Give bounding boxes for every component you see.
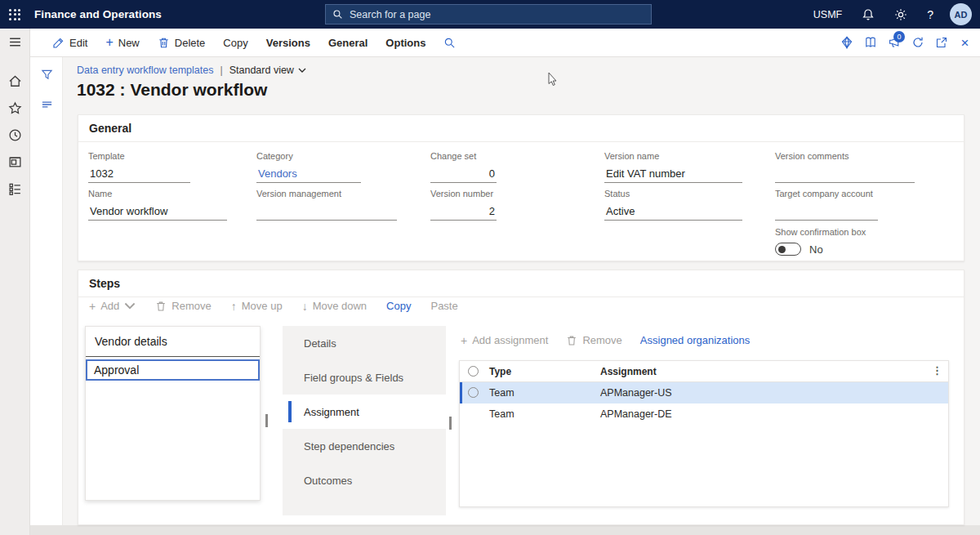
copy-button[interactable]: Copy: [214, 29, 256, 56]
versions-menu[interactable]: Versions: [257, 29, 319, 56]
version-name-field: Version name Edit VAT number: [604, 151, 742, 183]
tab-outcomes[interactable]: Outcomes: [283, 463, 446, 497]
name-field: Name Vendor workflow: [88, 189, 227, 221]
show-confirmation-toggle[interactable]: [775, 243, 801, 256]
version-management-input[interactable]: [256, 203, 397, 221]
template-input[interactable]: 1032: [88, 166, 190, 183]
action-bar: Edit + New Delete Copy Versions General …: [30, 29, 980, 57]
close-button[interactable]: ×: [953, 29, 977, 56]
change-set-input[interactable]: 0: [430, 166, 497, 183]
status-input[interactable]: Active: [604, 203, 742, 221]
arrow-down-icon: ↓: [302, 301, 308, 312]
task-guide-button[interactable]: [858, 29, 882, 56]
new-button[interactable]: + New: [96, 29, 148, 56]
filter-pane-button[interactable]: [30, 62, 63, 87]
nav-menu-button[interactable]: [0, 29, 30, 56]
page-search-input[interactable]: [350, 9, 644, 20]
breadcrumb-page-link[interactable]: Data entry workflow templates: [77, 65, 213, 76]
version-number-input[interactable]: 2: [430, 203, 497, 221]
category-field: Category Vendors: [256, 151, 361, 183]
pane-splitter-handle[interactable]: [449, 417, 452, 430]
step-list: Vendor details Approval: [85, 326, 261, 501]
grid-row-apmanager-us-selected[interactable]: Team APManager-US: [460, 382, 948, 403]
gear-icon: [894, 8, 907, 21]
app-window: Finance and Operations USMF ? AD Edit +: [0, 0, 980, 535]
steps-section-header[interactable]: Steps: [78, 270, 964, 297]
filter-pane-strip: [30, 57, 63, 525]
nav-favorites-button[interactable]: [0, 95, 30, 122]
remove-step-button[interactable]: Remove: [155, 300, 211, 312]
hamburger-icon: [8, 35, 22, 49]
popout-icon: [935, 36, 948, 49]
add-assignment-button[interactable]: + Add assignment: [461, 334, 548, 346]
step-list-item-vendor-details[interactable]: Vendor details: [86, 327, 260, 357]
window-icon: [8, 155, 22, 169]
version-name-input[interactable]: Edit VAT number: [604, 166, 742, 183]
nav-modules-button[interactable]: [0, 176, 30, 203]
general-menu[interactable]: General: [319, 29, 376, 56]
close-icon: ×: [961, 36, 969, 50]
show-list-button[interactable]: [30, 91, 63, 116]
chevron-down-icon: [298, 68, 306, 74]
name-input[interactable]: Vendor workflow: [88, 203, 227, 221]
top-bar: Finance and Operations USMF ? AD: [0, 0, 980, 29]
row-radio[interactable]: [468, 387, 479, 398]
tab-details[interactable]: Details: [283, 326, 446, 360]
column-header-type[interactable]: Type: [489, 366, 511, 377]
copy-step-button[interactable]: Copy: [386, 300, 411, 312]
row-selection-indicator: [460, 382, 462, 403]
general-section-header[interactable]: General: [78, 115, 964, 142]
assigned-organizations-link[interactable]: Assigned organizations: [640, 334, 750, 346]
message-center-button[interactable]: 0: [882, 29, 906, 56]
remove-assignment-button[interactable]: Remove: [566, 334, 621, 346]
column-header-assignment[interactable]: Assignment: [600, 366, 657, 377]
step-list-item-approval-selected[interactable]: Approval: [86, 359, 260, 381]
personalize-button[interactable]: [835, 29, 858, 56]
mouse-cursor: [547, 72, 560, 88]
target-company-account-input[interactable]: [775, 203, 878, 221]
nav-recent-button[interactable]: [0, 122, 30, 149]
view-selector[interactable]: Standard view: [229, 65, 306, 76]
add-step-button[interactable]: + Add: [89, 300, 136, 312]
tab-step-dependencies[interactable]: Step dependencies: [283, 429, 446, 463]
edit-button[interactable]: Edit: [43, 29, 96, 56]
nav-workspaces-button[interactable]: [0, 149, 30, 176]
settings-button[interactable]: [884, 0, 917, 29]
target-company-account-field: Target company account: [775, 189, 878, 221]
gem-icon: [840, 36, 853, 49]
top-bar-right: USMF ? AD: [804, 0, 975, 29]
options-menu[interactable]: Options: [376, 29, 434, 56]
assignment-toolbar: + Add assignment Remove Assigned organiz…: [461, 334, 750, 346]
steps-toolbar: + Add Remove ↑ Move up ↓ Move down Copy …: [89, 300, 458, 312]
page-search-box[interactable]: [325, 4, 652, 25]
app-launcher-icon[interactable]: [0, 0, 29, 29]
bottom-strip: [30, 525, 980, 535]
select-all-radio[interactable]: [468, 366, 479, 377]
pane-splitter-handle[interactable]: [265, 414, 268, 427]
help-button[interactable]: ?: [917, 0, 943, 29]
category-link[interactable]: Vendors: [258, 167, 297, 180]
company-selector[interactable]: USMF: [804, 0, 852, 29]
clock-icon: [8, 128, 22, 142]
tab-assignment-active[interactable]: Assignment: [283, 395, 446, 429]
delete-button[interactable]: Delete: [149, 29, 215, 56]
grid-row-apmanager-de[interactable]: Team APManager-DE: [460, 403, 948, 425]
open-in-new-window-button[interactable]: [929, 29, 953, 56]
move-down-button[interactable]: ↓ Move down: [302, 300, 367, 312]
command-search-button[interactable]: [434, 29, 465, 56]
trash-icon: [155, 301, 167, 312]
nav-home-button[interactable]: [0, 68, 30, 95]
tab-field-groups-fields[interactable]: Field groups & Fields: [283, 360, 446, 395]
nav-sidebar: [0, 29, 30, 535]
star-icon: [8, 101, 22, 115]
refresh-button[interactable]: [906, 29, 929, 56]
notifications-button[interactable]: [852, 0, 884, 29]
message-count-badge: 0: [893, 31, 905, 42]
move-up-button[interactable]: ↑ Move up: [231, 300, 283, 312]
action-bar-commands: Edit + New Delete Copy Versions General …: [30, 29, 465, 56]
paste-step-button[interactable]: Paste: [430, 300, 457, 312]
search-icon: [332, 9, 343, 20]
version-comments-input[interactable]: [775, 166, 915, 183]
user-avatar[interactable]: AD: [950, 3, 972, 25]
grid-options-icon[interactable]: ⋮: [932, 364, 942, 377]
